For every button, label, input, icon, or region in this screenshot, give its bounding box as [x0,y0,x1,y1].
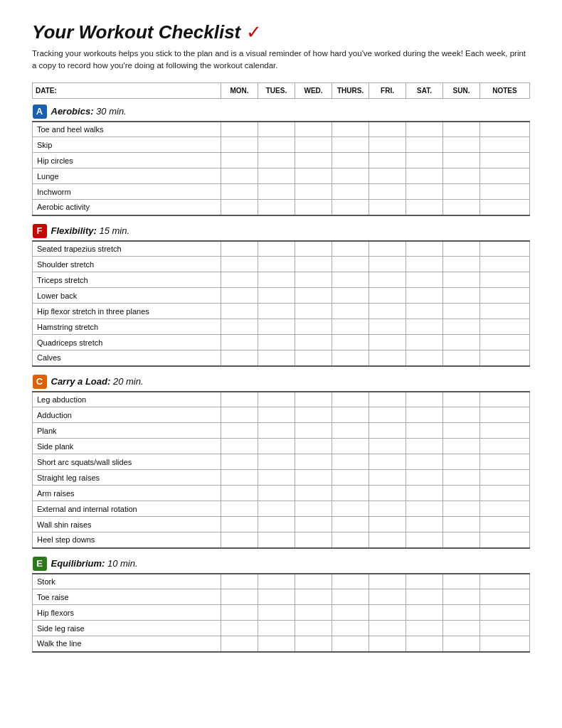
check-cell[interactable] [295,501,332,517]
check-cell[interactable] [369,304,406,319]
check-cell[interactable] [443,319,480,335]
check-cell[interactable] [406,153,443,168]
check-cell[interactable] [369,335,406,350]
check-cell[interactable] [406,517,443,532]
check-cell[interactable] [332,454,369,470]
check-cell[interactable] [258,184,295,200]
check-cell[interactable] [295,184,332,200]
notes-cell[interactable] [480,137,530,153]
check-cell[interactable] [221,517,258,532]
check-cell[interactable] [258,532,295,548]
check-cell[interactable] [406,392,443,407]
check-cell[interactable] [221,153,258,168]
check-cell[interactable] [369,454,406,470]
check-cell[interactable] [443,137,480,153]
notes-cell[interactable] [480,168,530,184]
check-cell[interactable] [443,636,480,652]
notes-cell[interactable] [480,470,530,486]
check-cell[interactable] [295,122,332,137]
check-cell[interactable] [332,621,369,636]
check-cell[interactable] [221,501,258,517]
notes-cell[interactable] [480,335,530,350]
check-cell[interactable] [406,423,443,439]
check-cell[interactable] [258,574,295,589]
check-cell[interactable] [295,636,332,652]
check-cell[interactable] [369,272,406,288]
check-cell[interactable] [295,439,332,454]
check-cell[interactable] [332,517,369,532]
notes-cell[interactable] [480,407,530,423]
check-cell[interactable] [295,319,332,335]
check-cell[interactable] [406,636,443,652]
check-cell[interactable] [369,392,406,407]
check-cell[interactable] [258,168,295,184]
check-cell[interactable] [258,304,295,319]
check-cell[interactable] [443,153,480,168]
check-cell[interactable] [443,439,480,454]
check-cell[interactable] [332,200,369,215]
check-cell[interactable] [221,272,258,288]
check-cell[interactable] [369,350,406,366]
check-cell[interactable] [332,407,369,423]
check-cell[interactable] [258,241,295,257]
check-cell[interactable] [295,423,332,439]
check-cell[interactable] [369,470,406,486]
notes-cell[interactable] [480,486,530,501]
check-cell[interactable] [369,407,406,423]
check-cell[interactable] [295,589,332,605]
check-cell[interactable] [295,392,332,407]
check-cell[interactable] [221,122,258,137]
notes-cell[interactable] [480,454,530,470]
check-cell[interactable] [295,350,332,366]
check-cell[interactable] [332,574,369,589]
check-cell[interactable] [221,335,258,350]
check-cell[interactable] [369,589,406,605]
check-cell[interactable] [258,605,295,621]
notes-cell[interactable] [480,304,530,319]
notes-cell[interactable] [480,272,530,288]
check-cell[interactable] [443,257,480,272]
check-cell[interactable] [369,605,406,621]
check-cell[interactable] [221,304,258,319]
check-cell[interactable] [369,532,406,548]
check-cell[interactable] [406,335,443,350]
check-cell[interactable] [406,168,443,184]
check-cell[interactable] [406,350,443,366]
check-cell[interactable] [258,350,295,366]
check-cell[interactable] [443,486,480,501]
check-cell[interactable] [369,439,406,454]
notes-cell[interactable] [480,319,530,335]
check-cell[interactable] [258,439,295,454]
check-cell[interactable] [406,272,443,288]
check-cell[interactable] [221,137,258,153]
check-cell[interactable] [443,574,480,589]
check-cell[interactable] [443,501,480,517]
check-cell[interactable] [406,454,443,470]
notes-cell[interactable] [480,423,530,439]
check-cell[interactable] [295,241,332,257]
notes-cell[interactable] [480,636,530,652]
notes-cell[interactable] [480,532,530,548]
check-cell[interactable] [369,184,406,200]
check-cell[interactable] [258,335,295,350]
check-cell[interactable] [443,470,480,486]
check-cell[interactable] [406,605,443,621]
check-cell[interactable] [406,257,443,272]
check-cell[interactable] [443,532,480,548]
check-cell[interactable] [332,319,369,335]
check-cell[interactable] [295,574,332,589]
check-cell[interactable] [369,574,406,589]
check-cell[interactable] [258,257,295,272]
check-cell[interactable] [295,621,332,636]
check-cell[interactable] [443,454,480,470]
check-cell[interactable] [369,200,406,215]
check-cell[interactable] [295,470,332,486]
check-cell[interactable] [221,257,258,272]
check-cell[interactable] [443,335,480,350]
check-cell[interactable] [369,241,406,257]
check-cell[interactable] [406,319,443,335]
check-cell[interactable] [295,168,332,184]
check-cell[interactable] [332,153,369,168]
notes-cell[interactable] [480,501,530,517]
check-cell[interactable] [221,589,258,605]
